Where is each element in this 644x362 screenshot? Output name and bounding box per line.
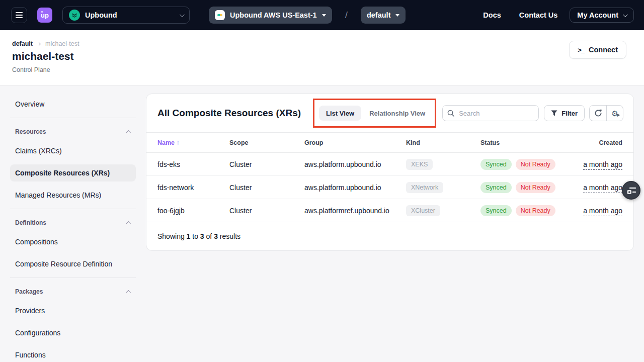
caret-down-icon xyxy=(322,14,326,17)
docs-link[interactable]: Docs xyxy=(483,11,501,19)
column-header-name[interactable]: Name ↑ xyxy=(157,139,229,146)
sidebar-item-configurations[interactable]: Configurations xyxy=(10,324,136,341)
page-subtitle: Control Plane xyxy=(12,66,632,73)
terminal-icon: >_ xyxy=(578,46,584,54)
search-icon xyxy=(447,110,454,117)
table-header: Name ↑ Scope Group Kind Status Created xyxy=(146,132,633,153)
divider xyxy=(10,209,136,209)
menu-button[interactable] xyxy=(11,7,27,23)
sidebar-item-composite-resources[interactable]: Composite Resources (XRs) xyxy=(10,164,136,182)
group-switcher[interactable]: default xyxy=(361,7,406,24)
cell-scope: Cluster xyxy=(229,207,304,215)
chevron-down-icon xyxy=(180,12,185,17)
cell-group: aws.platform.upbound.io xyxy=(304,160,406,168)
synced-badge: Synced xyxy=(480,205,512,216)
kind-badge: XEKS xyxy=(406,159,433,170)
not-ready-badge: Not Ready xyxy=(516,182,555,193)
filter-label: Filter xyxy=(561,110,578,117)
play-icon xyxy=(617,114,620,117)
content-title: All Composite Resources (XRs) xyxy=(157,108,301,119)
search-box xyxy=(442,105,539,121)
feedback-widget-button[interactable] xyxy=(622,181,640,200)
search-input[interactable] xyxy=(442,105,539,121)
sidebar: Overview Resources Claims (XRCs) Composi… xyxy=(10,94,136,362)
column-header-kind[interactable]: Kind xyxy=(406,139,480,146)
cell-name: fds-eks xyxy=(157,160,229,168)
divider xyxy=(10,278,136,278)
results-summary: Showing 1 to 3 of 3 results xyxy=(146,222,633,250)
filter-button[interactable]: Filter xyxy=(544,105,585,121)
annotation-highlight-box: List View Relationship View xyxy=(313,99,436,128)
refresh-button[interactable] xyxy=(590,106,606,121)
section-label: Packages xyxy=(15,288,43,295)
page-header: default michael-test michael-test Contro… xyxy=(0,30,644,85)
cell-name: foo-6jgjb xyxy=(157,207,229,215)
kind-badge: XNetwork xyxy=(406,182,443,193)
divider xyxy=(10,118,136,118)
created-timestamp[interactable]: a month ago xyxy=(583,207,622,216)
refresh-icon xyxy=(594,109,602,117)
sidebar-section-resources[interactable]: Resources xyxy=(10,125,136,138)
created-timestamp[interactable]: a month ago xyxy=(583,184,622,193)
chevron-down-icon xyxy=(623,12,628,17)
page-title: michael-test xyxy=(12,50,632,62)
sidebar-item-providers[interactable]: Providers xyxy=(10,302,136,319)
feedback-form-icon xyxy=(626,186,636,195)
breadcrumb-current: michael-test xyxy=(45,40,79,47)
topbar: up Upbound Upbound AWS US-East-1 / defau… xyxy=(0,0,644,30)
synced-badge: Synced xyxy=(480,159,512,170)
cell-group: aws.platform.upbound.io xyxy=(304,184,406,192)
connect-button[interactable]: >_ Connect xyxy=(569,41,626,59)
table-row[interactable]: fds-network Cluster aws.platform.upbound… xyxy=(146,176,633,199)
breadcrumb-parent[interactable]: default xyxy=(12,40,33,47)
contact-us-link[interactable]: Contact Us xyxy=(519,11,558,19)
my-account-label: My Account xyxy=(577,11,618,19)
chevron-up-icon xyxy=(126,130,131,135)
relationship-view-tab[interactable]: Relationship View xyxy=(369,110,425,117)
sidebar-item-claims[interactable]: Claims (XRCs) xyxy=(10,142,136,159)
group-switcher-label: default xyxy=(367,11,391,19)
chevron-up-icon xyxy=(126,221,131,226)
sidebar-item-compositions[interactable]: Compositions xyxy=(10,233,136,250)
breadcrumb: default michael-test xyxy=(12,40,632,47)
org-switcher[interactable]: Upbound xyxy=(62,7,190,24)
section-label: Resources xyxy=(15,128,46,135)
content-card: All Composite Resources (XRs) List View … xyxy=(146,94,634,251)
control-plane-label: Upbound AWS US-East-1 xyxy=(230,11,317,19)
created-timestamp[interactable]: a month ago xyxy=(583,160,622,170)
column-header-created[interactable]: Created xyxy=(571,139,622,146)
not-ready-badge: Not Ready xyxy=(516,159,555,170)
sidebar-section-definitions[interactable]: Definitions xyxy=(10,216,136,229)
org-switcher-label: Upbound xyxy=(85,11,117,19)
sidebar-item-functions[interactable]: Functions xyxy=(10,346,136,362)
my-account-button[interactable]: My Account xyxy=(570,8,634,23)
org-avatar-icon xyxy=(69,10,80,21)
upbound-logo[interactable]: up xyxy=(37,8,52,23)
section-label: Definitions xyxy=(15,219,46,226)
cell-group: aws.platformref.upbound.io xyxy=(304,207,406,215)
sidebar-item-managed-resources[interactable]: Managed Resources (MRs) xyxy=(10,187,136,204)
sidebar-item-composite-resource-definition[interactable]: Composite Resource Definition xyxy=(10,255,136,273)
sort-asc-icon: ↑ xyxy=(177,139,180,146)
filter-icon xyxy=(551,110,557,116)
caret-down-icon xyxy=(395,14,399,17)
control-plane-icon xyxy=(215,10,225,20)
table-row[interactable]: fds-eks Cluster aws.platform.upbound.io … xyxy=(146,153,633,176)
control-plane-switcher[interactable]: Upbound AWS US-East-1 xyxy=(209,7,332,24)
cell-name: fds-network xyxy=(157,184,229,192)
column-header-group[interactable]: Group xyxy=(304,139,406,146)
auto-refresh-settings-button[interactable]: ⚙ xyxy=(606,106,623,121)
sidebar-item-overview[interactable]: Overview xyxy=(10,96,136,113)
sidebar-section-packages[interactable]: Packages xyxy=(10,285,136,298)
connect-label: Connect xyxy=(589,46,618,54)
not-ready-badge: Not Ready xyxy=(516,205,555,216)
column-header-status[interactable]: Status xyxy=(480,139,571,146)
column-header-scope[interactable]: Scope xyxy=(229,139,304,146)
kind-badge: XCluster xyxy=(406,205,440,216)
synced-badge: Synced xyxy=(480,182,512,193)
list-view-tab[interactable]: List View xyxy=(319,106,361,121)
cell-scope: Cluster xyxy=(229,184,304,192)
cell-scope: Cluster xyxy=(229,160,304,168)
chevron-right-icon xyxy=(37,42,41,45)
table-row[interactable]: foo-6jgjb Cluster aws.platformref.upboun… xyxy=(146,199,633,222)
